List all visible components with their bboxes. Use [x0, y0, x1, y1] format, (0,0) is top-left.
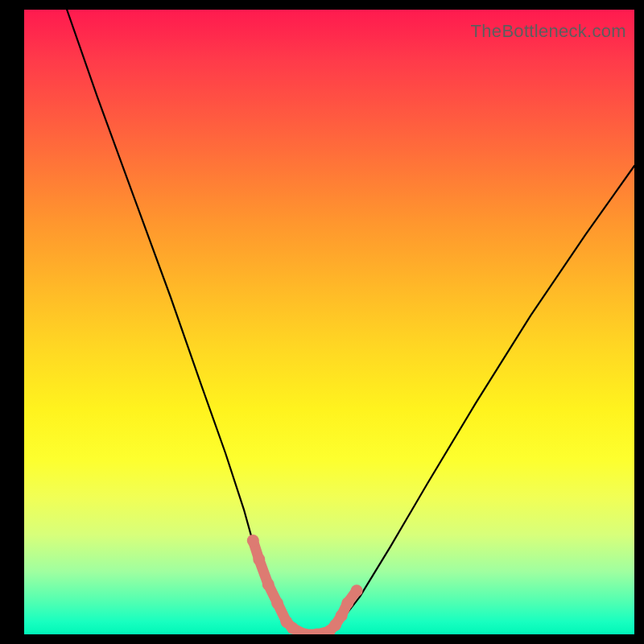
chart-stage: TheBottleneck.com — [0, 0, 644, 644]
highlight-dot — [336, 609, 348, 621]
chart-plot-area: TheBottleneck.com — [24, 10, 634, 634]
highlight-dot — [271, 597, 283, 609]
highlight-dot — [287, 622, 299, 634]
highlight-dot — [341, 597, 353, 609]
highlight-dot — [253, 553, 265, 565]
chart-svg — [24, 10, 634, 634]
highlight-dot — [262, 578, 275, 590]
salmon-dots — [247, 535, 363, 634]
highlight-dot — [247, 535, 259, 547]
highlight-dot — [351, 584, 363, 597]
main-curve — [67, 10, 634, 634]
